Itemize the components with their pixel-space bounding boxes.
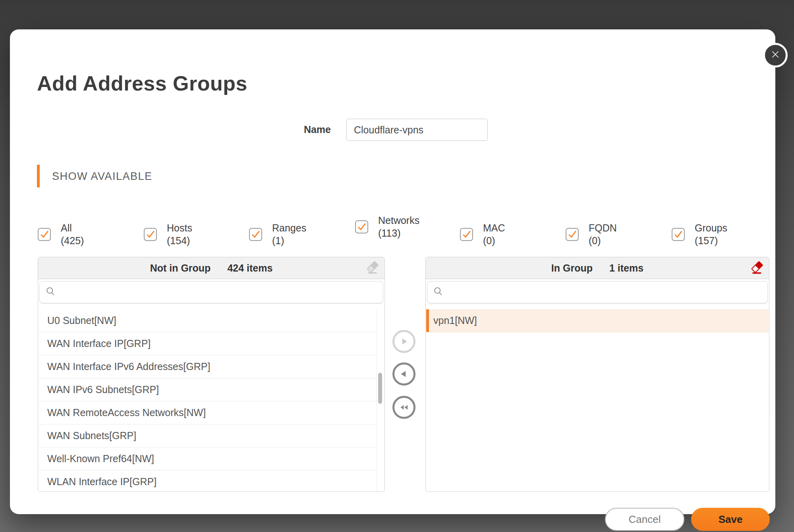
- vertical-scrollbar[interactable]: [377, 309, 383, 491]
- checkbox-checked[interactable]: [460, 228, 473, 241]
- list-item-label: vpn1[NW]: [433, 315, 477, 326]
- search-icon: [45, 286, 56, 299]
- list-item-label: WAN Interface IPv6 Addresses[GRP]: [47, 361, 210, 372]
- clear-list-eraser-icon-disabled: [365, 261, 380, 275]
- filter-checkbox-item[interactable]: Groups (157): [672, 222, 727, 247]
- checkbox-checked[interactable]: [355, 220, 368, 233]
- filter-label: MAC (0): [483, 222, 505, 247]
- filter-label: Hosts (154): [167, 222, 192, 247]
- add-address-groups-dialog: Add Address Groups Name SHOW AVAILABLE A…: [10, 29, 775, 514]
- not-in-group-panel: Not in Group 424 items U0 Subnet[N: [38, 257, 385, 492]
- filter-checkbox-item[interactable]: FQDN (0): [566, 222, 617, 247]
- list-item[interactable]: WAN RemoteAccess Networks[NW]: [39, 401, 377, 424]
- in-group-title: In Group: [551, 262, 593, 274]
- not-in-group-count: 424 items: [227, 262, 272, 274]
- not-in-group-header: Not in Group 424 items: [38, 257, 384, 279]
- filter-checkbox-item[interactable]: All (425): [38, 222, 84, 247]
- filter-label: All (425): [61, 222, 84, 247]
- check-icon: [567, 229, 578, 239]
- checkbox-checked[interactable]: [38, 228, 51, 241]
- list-item[interactable]: vpn1[NW]: [426, 309, 769, 332]
- list-item[interactable]: WAN IPv6 Subnets[GRP]: [39, 378, 377, 401]
- list-item-label: U0 Subnet[NW]: [47, 315, 116, 326]
- close-icon: [770, 49, 780, 61]
- in-group-search-input[interactable]: [446, 281, 763, 304]
- section-title: SHOW AVAILABLE: [52, 170, 153, 183]
- list-item[interactable]: Well-Known Pref64[NW]: [39, 447, 377, 470]
- dimmed-backdrop: { "dialog": { "title": "Add Address Grou…: [0, 0, 794, 532]
- filter-label: Groups (157): [695, 222, 727, 247]
- filter-label: Networks (113): [378, 214, 426, 239]
- list-item[interactable]: WAN Interface IP[GRP]: [39, 332, 377, 355]
- move-all-left-button[interactable]: [392, 396, 415, 419]
- in-group-search: [427, 281, 768, 303]
- not-in-group-search-input[interactable]: [59, 281, 379, 304]
- scrollbar-thumb[interactable]: [378, 373, 382, 404]
- checkbox-checked[interactable]: [566, 228, 579, 241]
- filter-checkbox-item[interactable]: Networks (113): [355, 214, 426, 239]
- list-item[interactable]: WAN Interface IPv6 Addresses[GRP]: [39, 355, 377, 378]
- filter-label: Ranges (1): [272, 222, 306, 247]
- list-item-label: Well-Known Pref64[NW]: [47, 453, 154, 465]
- in-group-count: 1 items: [609, 262, 643, 274]
- filter-checkbox-item[interactable]: Hosts (154): [144, 222, 192, 247]
- list-item[interactable]: U0 Subnet[NW]: [39, 309, 377, 332]
- list-item[interactable]: WLAN Interface IP[GRP]: [39, 470, 377, 491]
- list-item-label: WAN Interface IP[GRP]: [47, 338, 151, 349]
- name-label: Name: [284, 124, 331, 135]
- page-title: Add Address Groups: [37, 71, 247, 95]
- filter-checkbox-item[interactable]: MAC (0): [460, 222, 505, 247]
- filter-label: FQDN (0): [589, 222, 617, 247]
- check-icon: [251, 229, 261, 239]
- check-icon: [145, 229, 156, 239]
- check-icon: [462, 229, 472, 239]
- list-item[interactable]: WAN Subnets[GRP]: [39, 424, 377, 447]
- not-in-group-search: [39, 281, 383, 303]
- cancel-button[interactable]: Cancel: [605, 508, 684, 531]
- not-in-group-title: Not in Group: [150, 262, 211, 274]
- list-item-label: WAN IPv6 Subnets[GRP]: [47, 384, 159, 395]
- close-button[interactable]: [763, 43, 788, 67]
- list-item-label: WAN RemoteAccess Networks[NW]: [47, 407, 206, 418]
- in-group-panel: In Group 1 items vpn1[NW]: [425, 257, 769, 492]
- section-accent-bar: [37, 165, 40, 187]
- filter-checkbox-item[interactable]: Ranges (1): [249, 222, 306, 247]
- not-in-group-list: U0 Subnet[NW]WAN Interface IP[GRP]WAN In…: [39, 309, 377, 491]
- checkbox-checked[interactable]: [144, 228, 157, 241]
- save-button[interactable]: Save: [691, 508, 770, 531]
- checkbox-checked[interactable]: [249, 228, 262, 241]
- check-icon: [357, 222, 367, 232]
- list-item-label: WLAN Interface IP[GRP]: [47, 476, 156, 488]
- list-item-label: WAN Subnets[GRP]: [47, 430, 136, 441]
- check-icon: [39, 229, 50, 239]
- clear-list-eraser-icon[interactable]: [750, 261, 764, 275]
- in-group-list: vpn1[NW]: [426, 309, 769, 491]
- check-icon: [673, 229, 684, 239]
- move-right-button-disabled[interactable]: [392, 330, 415, 353]
- search-icon: [433, 286, 444, 299]
- in-group-header: In Group 1 items: [426, 257, 769, 279]
- checkbox-checked[interactable]: [672, 228, 685, 241]
- name-input[interactable]: [346, 119, 488, 141]
- move-left-button[interactable]: [392, 362, 415, 386]
